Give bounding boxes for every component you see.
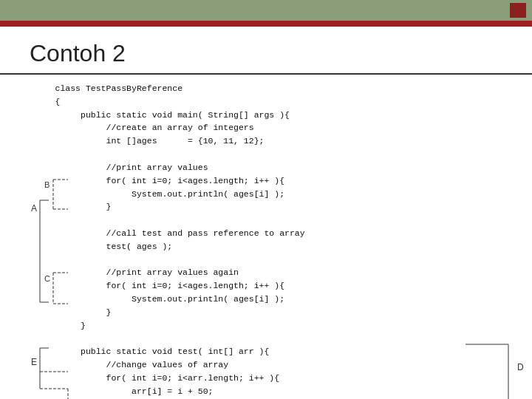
code-line-17: System.out.println( ages[i] ); <box>30 294 284 304</box>
code-block: class TestPassByReference { public stati… <box>30 82 510 399</box>
code-line-21: public static void test( int[] arr ){ <box>30 347 269 356</box>
top-bar-accent <box>510 3 526 18</box>
code-line-12: //call test and pass reference to array <box>30 228 305 238</box>
code-line-4: //create an array of integers <box>30 123 254 132</box>
code-line-7: //print array values <box>30 163 208 172</box>
code-line-9: System.out.println( ages[i] ); <box>30 189 284 199</box>
code-line-24: arr[i] = i + 50; <box>30 386 213 396</box>
code-line-13: test( ages ); <box>30 242 172 251</box>
code-line-8: for( int i=0; i<ages.length; i++ ){ <box>30 176 284 185</box>
code-line-15: //print array values again <box>30 267 239 277</box>
code-line-3: public static void main( String[] args )… <box>30 110 290 120</box>
code-line-10: } <box>30 202 111 211</box>
code-line-22: //change values of array <box>30 360 228 369</box>
title-area: Contoh 2 <box>0 27 532 75</box>
red-stripe <box>0 21 532 27</box>
top-bar <box>0 0 532 21</box>
code-line-23: for( int i=0; i<arr.length; i++ ){ <box>30 373 279 383</box>
code-line-18: } <box>30 307 111 317</box>
code-line-5: int []ages = {10, 11, 12}; <box>30 136 264 146</box>
code-line-2: { <box>30 97 60 106</box>
page-title: Contoh 2 <box>30 40 502 67</box>
code-line-16: for( int i=0; i<ages.length; i++ ){ <box>30 281 284 290</box>
label-d: D <box>517 362 524 372</box>
code-line-19: } <box>30 321 86 330</box>
code-container: class TestPassByReference { public stati… <box>0 82 532 399</box>
code-line-1: class TestPassByReference <box>30 83 183 93</box>
